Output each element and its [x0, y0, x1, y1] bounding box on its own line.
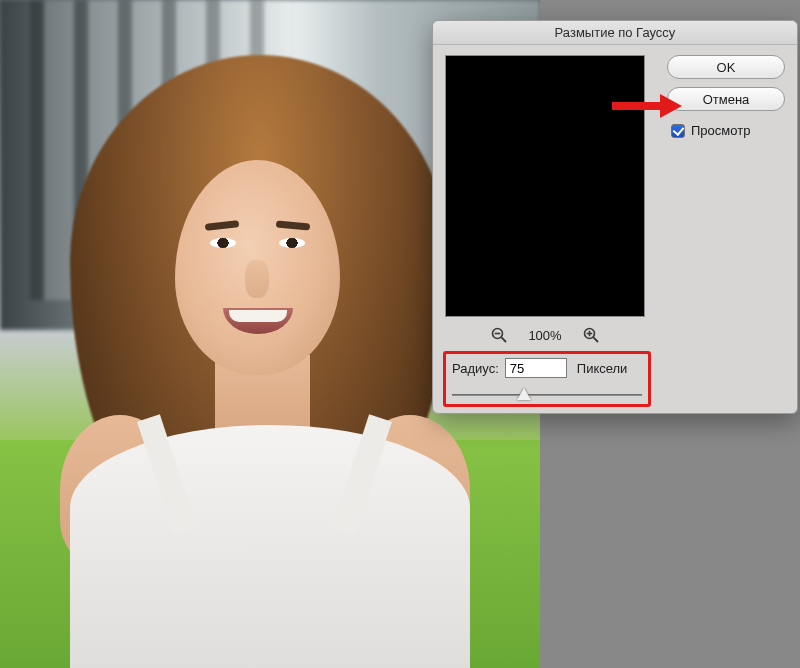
radius-label: Радиус: — [452, 361, 499, 376]
ok-button[interactable]: OK — [667, 55, 785, 79]
radius-units: Пиксели — [577, 361, 628, 376]
zoom-controls: 100% — [445, 323, 645, 347]
slider-thumb[interactable] — [517, 388, 531, 400]
filter-preview[interactable] — [445, 55, 645, 317]
gaussian-blur-dialog: Размытие по Гауссу 100% — [432, 20, 798, 414]
radius-highlight: Радиус: Пиксели — [443, 351, 651, 407]
dialog-title: Размытие по Гауссу — [433, 21, 797, 45]
zoom-in-button[interactable] — [580, 324, 602, 346]
zoom-in-icon — [582, 326, 600, 344]
svg-line-1 — [502, 337, 507, 342]
radius-input[interactable] — [505, 358, 567, 378]
cancel-button[interactable]: Отмена — [667, 87, 785, 111]
photo-subject — [50, 55, 480, 668]
svg-line-4 — [593, 337, 598, 342]
zoom-level: 100% — [528, 328, 561, 343]
preview-checkbox[interactable] — [671, 124, 685, 138]
zoom-out-button[interactable] — [488, 324, 510, 346]
radius-slider[interactable] — [452, 388, 642, 402]
preview-checkbox-row[interactable]: Просмотр — [667, 123, 785, 138]
slider-track — [452, 394, 642, 396]
zoom-out-icon — [490, 326, 508, 344]
preview-checkbox-label: Просмотр — [691, 123, 750, 138]
